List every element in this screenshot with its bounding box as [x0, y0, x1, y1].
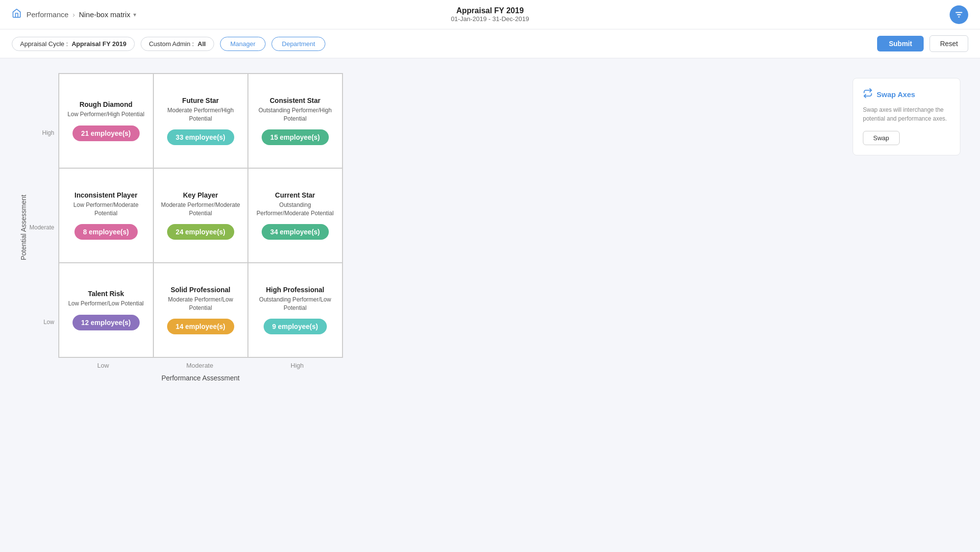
- y-axis-label: Potential Assessment: [20, 195, 27, 260]
- page-title: Appraisal FY 2019 01-Jan-2019 - 31-Dec-2…: [451, 6, 529, 23]
- box-title: Future Star: [182, 97, 219, 104]
- y-tick-low: Low: [29, 275, 54, 370]
- swap-panel-desc: Swap axes will interchange the potential…: [863, 105, 950, 123]
- employee-count-badge[interactable]: 14 employee(s): [167, 319, 234, 334]
- swap-panel-title: Swap Axes: [863, 88, 950, 100]
- employee-count-badge[interactable]: 12 employee(s): [73, 315, 140, 330]
- box-title: Key Player: [183, 191, 218, 199]
- matrix-wrapper: Potential Assessment High Moderate Low R…: [20, 73, 838, 382]
- custom-admin-filter[interactable]: Custom Admin : All: [141, 37, 214, 51]
- breadcrumb-current[interactable]: Nine-box matrix ▾: [79, 10, 136, 19]
- submit-button[interactable]: Submit: [877, 36, 924, 51]
- box-title: Consistent Star: [270, 97, 320, 104]
- box-title: High Professional: [266, 286, 324, 294]
- home-icon[interactable]: [12, 8, 22, 21]
- box-cell-key-player[interactable]: Key PlayerModerate Performer/Moderate Po…: [153, 168, 248, 263]
- box-subtitle: Low Performer/High Potential: [68, 110, 145, 119]
- x-tick-high: High: [291, 362, 304, 369]
- swap-axes-panel: Swap Axes Swap axes will interchange the…: [853, 78, 960, 155]
- y-axis-ticks: High Moderate Low: [29, 85, 58, 370]
- filter-bar: Appraisal Cycle : Appraisal FY 2019 Cust…: [0, 29, 980, 58]
- main-content: Potential Assessment High Moderate Low R…: [0, 58, 980, 397]
- box-cell-solid-professional[interactable]: Solid ProfessionalModerate Performer/Low…: [153, 263, 248, 357]
- employee-count-badge[interactable]: 24 employee(s): [167, 224, 234, 240]
- employee-count-badge[interactable]: 21 employee(s): [73, 125, 140, 141]
- box-subtitle: Moderate Performer/High Potential: [160, 106, 242, 123]
- employee-count-badge[interactable]: 33 employee(s): [167, 129, 234, 145]
- box-title: Current Star: [275, 191, 315, 199]
- box-subtitle: Moderate Performer/Moderate Potential: [160, 201, 242, 218]
- employee-count-badge[interactable]: 34 employee(s): [262, 224, 329, 240]
- chevron-down-icon: ▾: [133, 11, 136, 18]
- box-title: Rough Diamond: [79, 100, 132, 108]
- top-nav: Performance › Nine-box matrix ▾ Appraisa…: [0, 0, 980, 29]
- employee-count-badge[interactable]: 8 employee(s): [74, 224, 138, 240]
- tab-manager[interactable]: Manager: [220, 37, 266, 51]
- swap-axes-icon: [863, 88, 873, 100]
- box-title: Talent Risk: [88, 290, 124, 298]
- box-cell-high-professional[interactable]: High ProfessionalOutstanding Performer/L…: [248, 263, 343, 357]
- box-cell-consistent-star[interactable]: Consistent StarOutstanding Performer/Hig…: [248, 74, 343, 168]
- swap-button[interactable]: Swap: [863, 131, 900, 145]
- box-cell-current-star[interactable]: Current StarOutstanding Performer/Modera…: [248, 168, 343, 263]
- tab-department[interactable]: Department: [271, 37, 325, 51]
- box-title: Inconsistent Player: [74, 191, 137, 199]
- breadcrumb-parent[interactable]: Performance: [26, 10, 69, 19]
- box-cell-talent-risk[interactable]: Talent RiskLow Performer/Low Potential12…: [59, 263, 153, 357]
- box-subtitle: Low Performer/Low Potential: [68, 300, 144, 308]
- box-subtitle: Outstanding Performer/Moderate Potential: [254, 201, 336, 218]
- y-tick-moderate: Moderate: [29, 180, 54, 275]
- matrix-and-x: Rough DiamondLow Performer/High Potentia…: [58, 73, 343, 382]
- x-tick-low: Low: [98, 362, 109, 369]
- box-subtitle: Outstanding Performer/High Potential: [254, 106, 336, 123]
- x-tick-moderate: Moderate: [186, 362, 213, 369]
- employee-count-badge[interactable]: 9 employee(s): [264, 319, 327, 334]
- box-subtitle: Outstanding Performer/Low Potential: [254, 296, 336, 312]
- x-axis-labels: Low Moderate High: [59, 362, 343, 369]
- box-subtitle: Low Performer/Moderate Potential: [65, 201, 147, 218]
- y-tick-high: High: [29, 85, 54, 180]
- breadcrumb-sep: ›: [73, 10, 75, 19]
- box-title: Solid Professional: [171, 286, 230, 294]
- nine-box-grid: Rough DiamondLow Performer/High Potentia…: [58, 73, 343, 358]
- box-cell-future-star[interactable]: Future StarModerate Performer/High Poten…: [153, 74, 248, 168]
- reset-button[interactable]: Reset: [930, 35, 968, 52]
- x-axis-label: Performance Assessment: [161, 374, 240, 382]
- box-subtitle: Moderate Performer/Low Potential: [160, 296, 242, 312]
- filter-icon-button[interactable]: [950, 5, 968, 24]
- appraisal-cycle-filter[interactable]: Appraisal Cycle : Appraisal FY 2019: [12, 37, 135, 51]
- box-cell-rough-diamond[interactable]: Rough DiamondLow Performer/High Potentia…: [59, 74, 153, 168]
- box-cell-inconsistent-player[interactable]: Inconsistent PlayerLow Performer/Moderat…: [59, 168, 153, 263]
- employee-count-badge[interactable]: 15 employee(s): [262, 129, 329, 145]
- breadcrumb: Performance › Nine-box matrix ▾: [26, 10, 136, 19]
